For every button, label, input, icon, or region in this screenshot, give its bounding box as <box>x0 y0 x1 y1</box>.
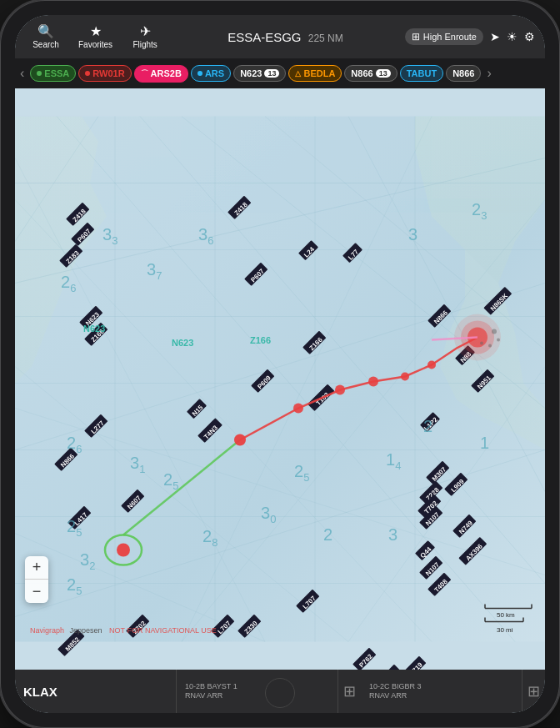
bedla-arrow: △ <box>295 69 301 78</box>
svg-line-16 <box>15 367 348 642</box>
favorites-icon: ★ <box>90 25 102 38</box>
bottom-layers-icon[interactable]: ⊞ <box>338 670 361 713</box>
navigraph-brand: Navigraph <box>30 626 64 635</box>
home-button[interactable] <box>265 678 295 708</box>
svg-text:L1P2: L1P2 <box>422 415 439 432</box>
layer-selector[interactable]: ⊞ High Enroute <box>405 28 483 45</box>
search-label: Search <box>32 40 59 49</box>
svg-text:1: 1 <box>480 434 489 452</box>
svg-text:31: 31 <box>130 454 145 475</box>
svg-line-8 <box>15 158 545 284</box>
svg-point-161 <box>401 373 409 381</box>
map-svg: Z418 Z418 P607 P607 <box>15 88 545 670</box>
svg-point-153 <box>468 328 488 348</box>
map-branding: Navigraph Jeppesen NOT FOR NAVIGATIONAL … <box>25 626 217 635</box>
tab-bedla[interactable]: △ BEDLA <box>288 65 342 82</box>
svg-line-11 <box>57 117 515 642</box>
zoom-out-button[interactable]: − <box>25 580 48 603</box>
svg-text:N107: N107 <box>424 510 441 527</box>
svg-rect-115 <box>308 384 335 412</box>
svg-point-167 <box>480 342 483 345</box>
zoom-in-button[interactable]: + <box>25 556 48 580</box>
tab-ars2b[interactable]: ⌒ ARS2B <box>134 65 188 83</box>
tab-n866b[interactable]: N866 <box>446 65 481 82</box>
svg-text:N607: N607 <box>126 494 142 510</box>
svg-text:M307: M307 <box>431 465 448 483</box>
svg-line-9 <box>15 284 545 450</box>
svg-text:3: 3 <box>388 525 398 544</box>
ars2b-arrow: ⌒ <box>141 68 148 79</box>
bottom-right-procedure[interactable]: 10-2C BIGBR 3 RNAV ARR <box>361 670 522 713</box>
svg-point-156 <box>117 544 130 557</box>
tablet-screen: 🔍 Search ★ Favorites ✈ Flights ESSA-ESGG… <box>15 15 545 713</box>
tab-ars[interactable]: ARS <box>191 65 231 82</box>
layers-icon: ⊞ <box>412 31 420 43</box>
svg-text:P609: P609 <box>256 374 272 390</box>
bottom-left-procedure[interactable]: 10-2B BAYST 1 RNAV ARR <box>177 670 338 713</box>
svg-point-164 <box>492 329 497 334</box>
flights-icon: ✈ <box>140 25 151 38</box>
svg-line-13 <box>15 200 432 642</box>
svg-rect-91 <box>419 506 442 530</box>
svg-text:N749: N749 <box>458 519 474 535</box>
svg-text:P607: P607 <box>249 267 266 284</box>
tabs-left-arrow[interactable]: ‹ <box>17 66 28 81</box>
svg-line-10 <box>15 450 545 617</box>
navigate-icon[interactable]: ➤ <box>490 30 500 43</box>
ars2b-label: ARS2B <box>151 68 182 78</box>
svg-point-165 <box>497 339 500 342</box>
svg-rect-49 <box>121 490 144 513</box>
svg-text:28: 28 <box>202 527 218 549</box>
tabut-label: TABUT <box>407 68 437 78</box>
tab-n623[interactable]: N623 13 <box>233 65 286 82</box>
svg-text:T102: T102 <box>314 391 331 408</box>
jeppesen-brand: Jeppesen <box>70 626 102 635</box>
search-icon: 🔍 <box>38 25 54 38</box>
svg-text:36: 36 <box>198 225 213 247</box>
svg-point-162 <box>428 361 436 369</box>
tablet-device: 🔍 Search ★ Favorites ✈ Flights ESSA-ESGG… <box>0 0 560 728</box>
nav-warning: NOT FOR NAVIGATIONAL USE <box>109 626 217 635</box>
svg-line-15 <box>265 117 545 350</box>
tab-tabut[interactable]: TABUT <box>400 65 443 82</box>
svg-text:M852: M852 <box>64 635 82 653</box>
search-nav-item[interactable]: 🔍 Search <box>25 22 67 53</box>
bottom-left-apt[interactable]: KLAX <box>15 670 177 713</box>
tabs-right-arrow[interactable]: › <box>483 66 494 81</box>
right-procedure-info: 10-2C BIGBR 3 RNAV ARR <box>369 682 513 700</box>
svg-rect-99 <box>415 540 435 560</box>
svg-line-20 <box>15 534 265 642</box>
flights-nav-item[interactable]: ✈ Flights <box>124 22 166 53</box>
svg-point-154 <box>461 321 494 354</box>
right-proc-line2: RNAV ARR <box>369 691 513 700</box>
svg-rect-81 <box>352 648 376 670</box>
favorites-label: Favorites <box>78 40 112 49</box>
svg-rect-97 <box>444 473 468 496</box>
favorites-nav-item[interactable]: ★ Favorites <box>72 22 119 53</box>
svg-rect-89 <box>419 556 442 580</box>
svg-rect-59 <box>187 399 207 419</box>
svg-text:L77: L77 <box>347 248 361 262</box>
svg-rect-119 <box>418 495 441 518</box>
svg-rect-71 <box>296 590 319 613</box>
svg-rect-85 <box>402 656 426 670</box>
svg-point-159 <box>335 385 345 395</box>
n866b-label: N866 <box>452 68 474 78</box>
settings-icon[interactable]: ⚙ <box>524 30 535 43</box>
tab-n866a[interactable]: N866 13 <box>344 65 397 82</box>
tab-rw01r[interactable]: RW01R <box>78 65 131 82</box>
svg-rect-61 <box>198 418 222 443</box>
svg-rect-29 <box>66 203 89 226</box>
tab-essa[interactable]: ESSA <box>30 65 76 82</box>
rw01r-dot <box>85 71 90 76</box>
bedla-label: BEDLA <box>303 68 335 78</box>
map-view[interactable]: Z418 Z418 P607 P607 <box>15 88 545 670</box>
nav-right-controls: ⊞ High Enroute ➤ ☀ ⚙ <box>405 28 535 45</box>
svg-text:26: 26 <box>61 273 76 294</box>
svg-rect-63 <box>84 414 108 438</box>
bottom-right-layers-icon[interactable]: ⊞ <box>522 670 545 713</box>
brightness-icon[interactable]: ☀ <box>507 30 518 43</box>
svg-rect-45 <box>54 448 78 471</box>
svg-rect-109 <box>471 369 494 393</box>
svg-rect-57 <box>342 243 362 263</box>
